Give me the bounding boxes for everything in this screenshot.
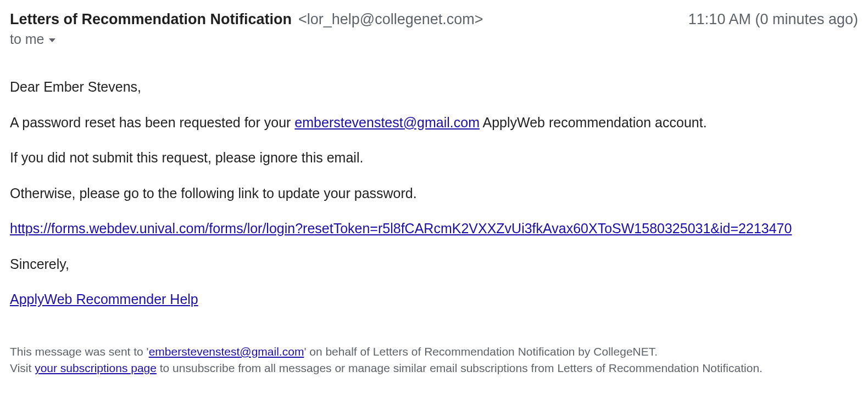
sender-block: Letters of Recommendation Notification <…: [10, 11, 483, 28]
text-fragment: This message was sent to ': [10, 345, 149, 358]
signoff: Sincerely,: [10, 255, 858, 273]
sender-email: <lor_help@collegenet.com>: [294, 11, 483, 27]
recipient-label: to me: [10, 31, 44, 47]
text-fragment: to unsubscribe from all messages or mana…: [157, 362, 763, 374]
sender-name: Letters of Recommendation Notification: [10, 11, 292, 27]
email-body: Dear Ember Stevens, A password reset has…: [10, 78, 858, 308]
text-fragment: ' on behalf of Letters of Recommendation…: [304, 345, 658, 358]
footer-email-link[interactable]: emberstevenstest@gmail.com: [149, 345, 304, 358]
timestamp: 11:10 AM (0 minutes ago): [688, 11, 858, 28]
chevron-down-icon: [49, 38, 55, 42]
subscriptions-link[interactable]: your subscriptions page: [35, 362, 157, 374]
recipient-dropdown[interactable]: to me: [10, 31, 858, 47]
email-footer: This message was sent to 'emberstevenste…: [10, 344, 858, 377]
reset-link-paragraph: https://forms.webdev.unival.com/forms/lo…: [10, 219, 858, 238]
password-reset-link[interactable]: https://forms.webdev.unival.com/forms/lo…: [10, 221, 792, 236]
reset-request-line: A password reset has been requested for …: [10, 114, 858, 132]
help-link[interactable]: ApplyWeb Recommender Help: [10, 291, 198, 307]
footer-line-2: Visit your subscriptions page to unsubsc…: [10, 360, 858, 376]
text-fragment: Visit: [10, 362, 35, 374]
ignore-line: If you did not submit this request, plea…: [10, 149, 858, 167]
account-email-link[interactable]: emberstevenstest@gmail.com: [294, 115, 480, 130]
email-header: Letters of Recommendation Notification <…: [10, 11, 858, 28]
instruction-line: Otherwise, please go to the following li…: [10, 184, 858, 202]
text-fragment: A password reset has been requested for …: [10, 115, 294, 130]
help-link-paragraph: ApplyWeb Recommender Help: [10, 290, 858, 308]
footer-line-1: This message was sent to 'emberstevenste…: [10, 344, 858, 360]
greeting: Dear Ember Stevens,: [10, 78, 858, 96]
text-fragment: ApplyWeb recommendation account.: [480, 115, 707, 130]
